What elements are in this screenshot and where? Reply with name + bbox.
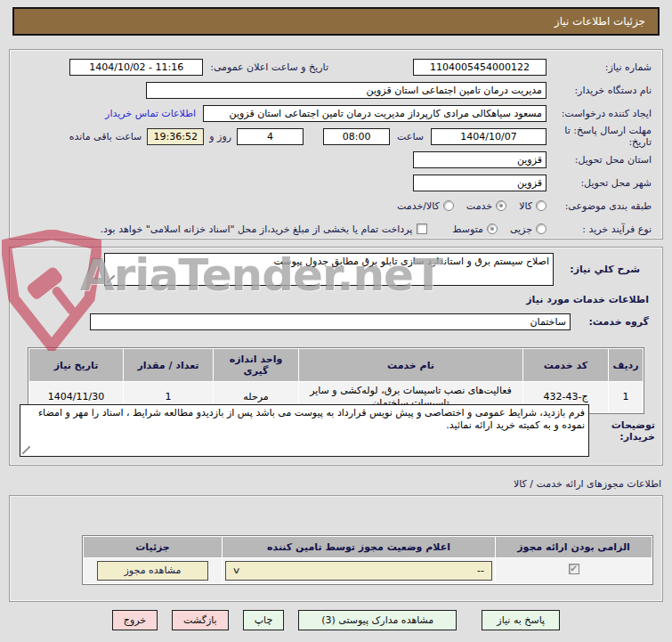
countdown-box: 19:36:52 xyxy=(147,128,204,145)
buyer-org-row: نام دستگاه خریدار: مدیریت درمان تامین اج… xyxy=(10,78,662,102)
permit-required-cell xyxy=(496,558,652,583)
permit-details-cell: مشاهده مجوز xyxy=(84,558,222,583)
view-permit-button[interactable]: مشاهده مجوز xyxy=(97,561,208,581)
deadline-hour-label: ساعت xyxy=(397,131,424,142)
radio-partial[interactable] xyxy=(536,223,547,234)
subject-class-label: طبقه بندی موضوعی: xyxy=(547,200,652,212)
footer-buttons: پاسخ به نیاز مشاهده مدارک پیوستی (3) چاپ… xyxy=(0,610,672,630)
view-attached-docs-button[interactable]: مشاهده مدارک پیوستی (3) xyxy=(298,610,457,630)
need-number-row: شماره نیاز: 1104005454000122 تاریخ و ساع… xyxy=(10,55,662,78)
request-creator-row: ایجاد کننده درخواست: مسعود سیاهکالی مراد… xyxy=(10,102,662,125)
delivery-province-row: استان محل تحویل: قزوین xyxy=(10,148,662,171)
services-groupbox: شرح کلي نیاز: اصلاح سیستم برق و استاندار… xyxy=(9,247,663,466)
deadline-days-field[interactable]: 4 xyxy=(237,128,304,145)
services-header-date: تاریخ نیاز xyxy=(29,349,123,381)
delivery-city-row: شهر محل تحویل: قزوین xyxy=(10,171,662,194)
services-header-row-number: ردیف xyxy=(609,349,643,381)
services-header-name: نام خدمت xyxy=(299,349,522,381)
permit-status-value: -- xyxy=(477,565,484,577)
delivery-city-field[interactable]: قزوین xyxy=(413,175,547,191)
services-header-unit: واحد اندازه گیری xyxy=(214,349,298,381)
buyer-contact-link[interactable]: اطلاعات تماس خریدار xyxy=(105,108,196,119)
request-creator-label: ایجاد کننده درخواست: xyxy=(547,108,652,119)
buyer-org-label: نام دستگاه خریدار: xyxy=(547,85,652,96)
treasury-checkbox[interactable] xyxy=(417,223,427,234)
services-heading: اطلاعات خدمات مورد نیاز xyxy=(526,294,649,305)
page-title: جزئیات اطلاعات نیاز xyxy=(555,15,645,28)
permits-table: الزامی بودن ارائه مجوز اعلام وضعیت مجوز … xyxy=(82,535,653,585)
permit-status-select[interactable]: -- ∨ xyxy=(225,561,492,581)
services-table-header-row: ردیف کد خدمت نام خدمت واحد اندازه گیری ت… xyxy=(29,349,643,381)
buyer-org-field[interactable]: مدیریت درمان تامین اجتماعی استان قزوین xyxy=(146,82,547,99)
page-title-bar: جزئیات اطلاعات نیاز xyxy=(12,7,660,36)
deadline-days-label: روز و xyxy=(209,131,231,142)
deadline-label: مهلت ارسال پاسخ: تا تاریخ: xyxy=(547,125,652,148)
radio-service-label: خدمت xyxy=(466,200,492,212)
radio-medium-label: متوسط xyxy=(452,223,483,235)
subject-class-row: طبقه بندی موضوعی: کالا خدمت کالا/خدمت xyxy=(10,194,662,217)
print-button[interactable]: چاپ xyxy=(243,610,285,630)
purchase-process-label: نوع فرآیند خرید : xyxy=(547,223,652,235)
services-header-code: کد خدمت xyxy=(523,349,608,381)
service-group-field[interactable]: ساختمان xyxy=(90,313,571,330)
services-header-qty: تعداد / مقدار xyxy=(124,349,213,381)
deadline-date-field[interactable]: 1404/10/07 xyxy=(431,128,547,145)
request-creator-field[interactable]: مسعود سیاهکالی مرادی کارپرداز مدیریت درم… xyxy=(203,105,547,122)
deadline-row: مهلت ارسال پاسخ: تا تاریخ: 1404/10/07 سا… xyxy=(10,125,662,148)
need-number-field[interactable]: 1104005454000122 xyxy=(413,59,547,76)
countdown-label: ساعت باقی مانده xyxy=(69,131,142,142)
need-number-label: شماره نیاز: xyxy=(547,61,652,73)
permit-status-cell: -- ∨ xyxy=(223,558,495,583)
permits-groupbox: الزامی بودن ارائه مجوز اعلام وضعیت مجوز … xyxy=(9,495,663,602)
delivery-province-field[interactable]: قزوین xyxy=(413,151,547,168)
chevron-down-icon: ∨ xyxy=(232,565,241,577)
radio-goods-service[interactable] xyxy=(443,200,454,211)
radio-goods-label: کالا xyxy=(519,200,532,212)
purchase-process-row: نوع فرآیند خرید : جزیی متوسط پرداخت تمام… xyxy=(10,217,662,240)
service-group-row: گروه خدمت: ساختمان xyxy=(10,313,649,330)
treasury-checkbox-label: پرداخت تمام یا بخشی از مبلغ خرید،از محل … xyxy=(101,223,413,235)
back-button[interactable]: بازگشت xyxy=(172,610,229,630)
radio-partial-label: جزیی xyxy=(510,223,532,235)
radio-goods[interactable] xyxy=(536,200,547,211)
permit-required-checkbox[interactable] xyxy=(569,564,579,574)
announce-datetime-label: تاریخ و ساعت اعلان عمومی: xyxy=(210,61,328,73)
need-details-screen: { "title_bar": { "text": "جزئیات اطلاعات… xyxy=(0,0,672,642)
deadline-hour-field[interactable]: 08:00 xyxy=(323,128,390,145)
delivery-city-label: شهر محل تحویل: xyxy=(547,177,652,189)
buyer-notes-label: توضیحات خریدار: xyxy=(589,419,655,443)
permits-header-details: جزئیات xyxy=(84,537,222,557)
buyer-notes-row: توضیحات خریدار: فرم بازدید، شرایط عمومی … xyxy=(10,404,655,457)
need-desc-label: شرح کلي نیاز: xyxy=(554,264,640,275)
need-desc-row: شرح کلي نیاز: اصلاح سیستم برق و استاندار… xyxy=(10,253,640,286)
radio-service[interactable] xyxy=(496,200,506,211)
radio-medium[interactable] xyxy=(487,223,498,234)
permits-table-header-row: الزامی بودن ارائه مجوز اعلام وضعیت مجوز … xyxy=(84,537,652,557)
respond-to-need-button[interactable]: پاسخ به نیاز xyxy=(482,610,560,630)
need-desc-textarea[interactable]: اصلاح سیستم برق و استاندارد سازی تابلو ب… xyxy=(104,253,554,286)
permits-table-row: -- ∨ مشاهده مجوز xyxy=(84,558,652,583)
delivery-province-label: استان محل تحویل: xyxy=(547,154,652,166)
permits-heading: اطلاعات مجوزهای ارائه خدمت / کالا xyxy=(514,478,661,490)
announce-datetime-field[interactable]: 1404/10/02 - 11:16 xyxy=(69,59,203,76)
permits-header-required: الزامی بودن ارائه مجوز xyxy=(496,537,652,557)
need-summary-groupbox: شماره نیاز: 1104005454000122 تاریخ و ساع… xyxy=(9,49,663,240)
permits-header-status: اعلام وضعیت مجوز توسط تامین کننده xyxy=(223,537,495,557)
exit-button[interactable]: خروج xyxy=(112,610,158,630)
service-group-label: گروه خدمت: xyxy=(571,316,649,328)
radio-goods-service-label: کالا/خدمت xyxy=(397,200,440,212)
buyer-notes-textarea[interactable]: فرم بازدید، شرایط عمومی و اختصاصی و پیش … xyxy=(20,404,589,457)
